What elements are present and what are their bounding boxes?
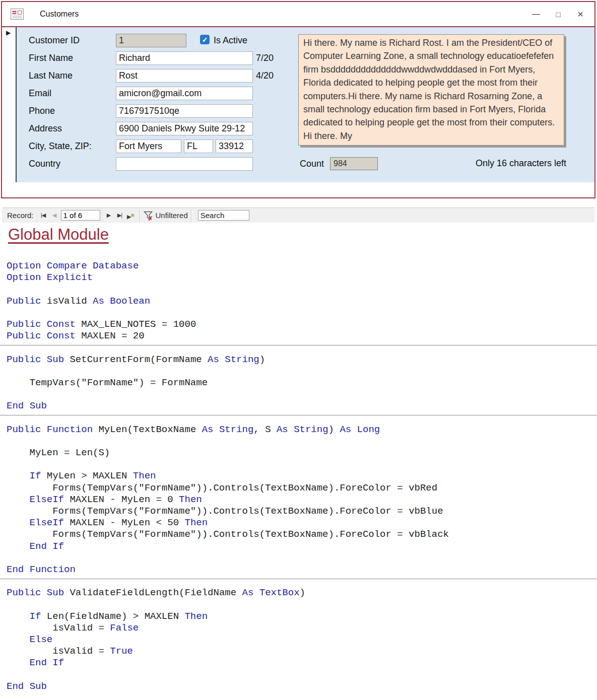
zip-field[interactable] [216, 139, 253, 153]
next-record-button[interactable]: ▶ [103, 212, 114, 219]
record-position-box[interactable] [61, 210, 100, 221]
last-name-length-counter: 4/20 [256, 71, 274, 81]
is-active-label: Is Active [214, 35, 247, 46]
city-field[interactable] [116, 139, 181, 153]
record-search-input[interactable] [198, 210, 249, 221]
field-label-city-state-zip: City, State, ZIP: [29, 141, 92, 152]
checkmark-icon: ✓ [202, 36, 208, 43]
field-label-phone: Phone [29, 106, 55, 116]
field-label-country: Country [29, 159, 60, 169]
new-record-button[interactable]: ▶* [125, 210, 137, 221]
field-label-address: Address [29, 123, 62, 134]
customer-id-field[interactable] [116, 34, 186, 47]
maximize-button[interactable]: □ [547, 2, 569, 26]
page: Customers — □ × ▶ Customer ID First Name… [0, 0, 597, 700]
new-record-arrow-icon: ▶ [127, 214, 130, 220]
filter-toggle[interactable]: ✗ Unfiltered [144, 211, 188, 220]
email-field[interactable] [116, 87, 253, 100]
last-record-button[interactable]: ▶| [114, 212, 125, 219]
characters-left-text: Only 16 characters left [445, 158, 566, 169]
record-selector-bar[interactable]: ▶ [2, 27, 17, 182]
window-titlebar: Customers — □ × [2, 2, 594, 27]
minimize-button[interactable]: — [525, 2, 547, 26]
record-nav-label: Record: [7, 211, 34, 220]
is-active-checkbox[interactable]: ✓ [200, 35, 210, 44]
customers-form-window: Customers — □ × ▶ Customer ID First Name… [1, 1, 595, 198]
address-field[interactable] [116, 122, 253, 135]
filter-x-icon: ✗ [148, 215, 153, 222]
filter-status-label: Unfiltered [156, 211, 188, 220]
vba-code: Option Compare DatabaseOption Explicit P… [7, 260, 597, 692]
window-title: Customers [40, 10, 79, 19]
field-label-customer-id: Customer ID [29, 35, 80, 46]
current-record-arrow-icon: ▶ [6, 29, 11, 36]
notes-textarea[interactable]: Hi there. My name is Richard Rost. I am … [298, 34, 564, 146]
last-name-field[interactable] [116, 69, 253, 83]
access-form-icon [11, 9, 24, 20]
new-record-star-icon: * [131, 212, 135, 222]
country-field[interactable] [116, 157, 253, 171]
record-navigation-bar: Record: |◀ ◀ ▶ ▶| ▶* ✗ Unfiltered [2, 207, 594, 223]
nav-separator [191, 209, 192, 222]
count-label: Count [300, 159, 324, 169]
count-field[interactable] [330, 157, 378, 170]
field-label-last-name: Last Name [29, 71, 73, 81]
field-label-first-name: First Name [29, 53, 73, 63]
window-controls: — □ × [525, 2, 591, 26]
form-detail-area: ▶ Customer ID First Name Last Name Email… [2, 27, 594, 182]
previous-record-button[interactable]: ◀ [49, 212, 60, 219]
nav-separator [140, 209, 141, 222]
first-record-button[interactable]: |◀ [38, 212, 49, 219]
module-heading: Global Module [8, 226, 109, 244]
first-name-field[interactable] [116, 51, 253, 65]
state-field[interactable] [184, 139, 213, 153]
phone-field[interactable] [116, 104, 253, 118]
close-button[interactable]: × [569, 2, 591, 26]
first-name-length-counter: 7/20 [256, 53, 274, 63]
field-label-email: Email [29, 88, 51, 99]
